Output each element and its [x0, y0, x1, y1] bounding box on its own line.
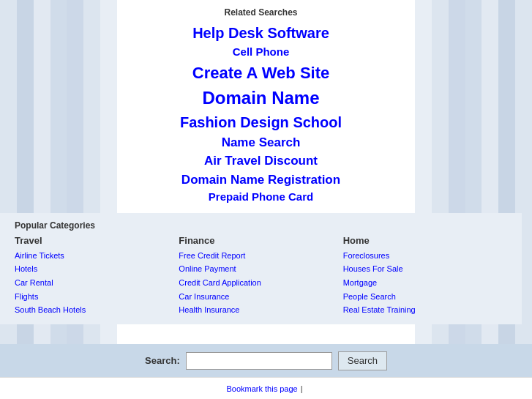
category-link-south-beach-hotels[interactable]: South Beach Hotels — [15, 303, 171, 317]
search-link-help-desk[interactable]: Help Desk Software — [0, 22, 522, 44]
popular-categories-title: Popular Categories — [15, 220, 507, 231]
search-link-fashion-design-school[interactable]: Fashion Design School — [0, 111, 522, 133]
search-link-prepaid-phone-card[interactable]: Prepaid Phone Card — [0, 189, 522, 206]
category-link-free-credit-report[interactable]: Free Credit Report — [179, 249, 335, 263]
category-header-travel: Travel — [15, 235, 171, 246]
category-header-finance: Finance — [179, 235, 335, 246]
related-searches-section: Related Searches Help Desk Software Cell… — [0, 0, 522, 206]
category-col-finance: Finance Free Credit Report Online Paymen… — [179, 235, 342, 317]
category-link-mortgage[interactable]: Mortgage — [343, 276, 500, 290]
category-header-home: Home — [343, 235, 500, 246]
category-link-credit-card-application[interactable]: Credit Card Application — [179, 276, 335, 290]
search-bar: Search: Search — [0, 344, 532, 377]
category-link-hotels[interactable]: Hotels — [15, 262, 171, 276]
bookmark-bar: Bookmark this page | — [0, 377, 532, 399]
search-button[interactable]: Search — [338, 351, 387, 370]
category-link-people-search[interactable]: People Search — [343, 290, 500, 304]
related-searches-title: Related Searches — [0, 7, 522, 18]
category-link-flights[interactable]: Flights — [15, 290, 171, 304]
main-content: Related Searches Help Desk Software Cell… — [0, 0, 532, 351]
category-link-houses-for-sale[interactable]: Houses For Sale — [343, 262, 500, 276]
category-link-car-rental[interactable]: Car Rental — [15, 276, 171, 290]
category-link-foreclosures[interactable]: Foreclosures — [343, 249, 500, 263]
category-link-car-insurance[interactable]: Car Insurance — [179, 290, 335, 304]
bookmark-separator: | — [301, 384, 303, 393]
bookmark-link[interactable]: Bookmark this page — [226, 384, 297, 393]
category-col-travel: Travel Airline Tickets Hotels Car Rental… — [15, 235, 179, 317]
search-link-domain-name-registration[interactable]: Domain Name Registration — [0, 171, 522, 190]
search-link-cell-phone[interactable]: Cell Phone — [0, 44, 522, 61]
category-col-home: Home Foreclosures Houses For Sale Mortga… — [343, 235, 507, 317]
search-input[interactable] — [186, 352, 332, 370]
search-label: Search: — [145, 355, 180, 366]
category-link-real-estate-training[interactable]: Real Estate Training — [343, 303, 500, 317]
search-link-air-travel-discount[interactable]: Air Travel Discount — [0, 152, 522, 171]
category-link-online-payment[interactable]: Online Payment — [179, 262, 335, 276]
category-link-airline-tickets[interactable]: Airline Tickets — [15, 249, 171, 263]
search-link-name-search[interactable]: Name Search — [0, 133, 522, 152]
category-link-health-insurance[interactable]: Health Insurance — [179, 303, 335, 317]
search-link-domain-name[interactable]: Domain Name — [0, 85, 522, 111]
search-link-create-web-site[interactable]: Create A Web Site — [0, 61, 522, 85]
categories-grid: Travel Airline Tickets Hotels Car Rental… — [15, 235, 507, 317]
popular-categories-section: Popular Categories Travel Airline Ticket… — [0, 213, 522, 324]
